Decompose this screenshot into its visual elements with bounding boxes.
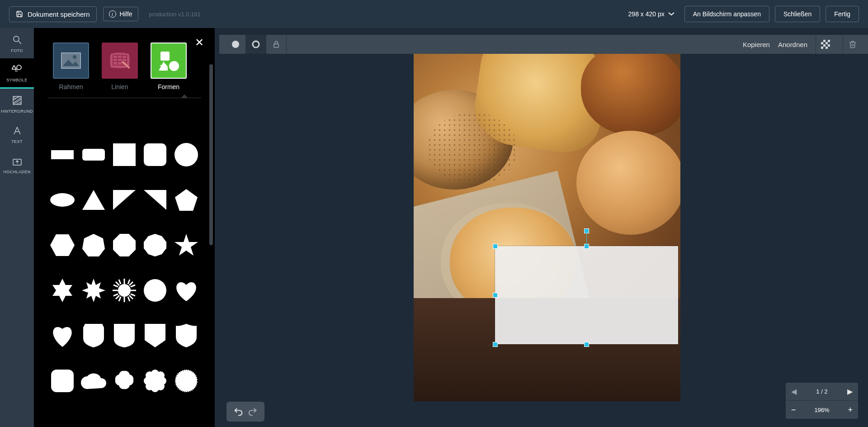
svg-rect-17: [160, 52, 170, 61]
shape-heart-point[interactable]: [49, 322, 75, 349]
resize-handle-w[interactable]: [493, 293, 498, 298]
shape-shield-3[interactable]: [142, 322, 168, 349]
document-page[interactable]: [414, 54, 680, 401]
svg-point-38: [118, 284, 131, 297]
nav-label: FOTO: [11, 48, 23, 53]
zoom-out-button[interactable]: −: [791, 405, 796, 415]
shape-triangle[interactable]: [80, 186, 106, 214]
selected-shape[interactable]: [495, 246, 678, 344]
nav-foto[interactable]: FOTO: [0, 28, 34, 58]
shape-burst-thin[interactable]: [111, 277, 137, 304]
fit-screen-button[interactable]: An Bildschirm anpassen: [684, 6, 769, 22]
fill-outline-button[interactable]: [246, 35, 266, 54]
svg-line-52: [113, 294, 118, 296]
shape-flower-1[interactable]: [111, 367, 137, 394]
nav-text[interactable]: TEXT: [0, 119, 34, 149]
shape-square-soft[interactable]: [49, 367, 75, 394]
transparency-button[interactable]: [816, 35, 835, 54]
shape-star-8[interactable]: [80, 277, 106, 304]
prev-page-button[interactable]: ◀: [791, 387, 797, 396]
shape-shield-2[interactable]: [111, 322, 137, 349]
category-formen[interactable]: Formen: [151, 43, 187, 90]
svg-line-54: [131, 294, 135, 296]
shape-cloud[interactable]: [80, 367, 106, 394]
lines-icon: [102, 43, 138, 79]
close-panel-button[interactable]: ✕: [195, 37, 204, 48]
zoom-value: 196%: [814, 407, 829, 413]
arrange-button[interactable]: Anordnen: [778, 41, 807, 48]
nav-symbole[interactable]: SYMBOLE: [0, 58, 34, 89]
panel-scrollbar[interactable]: [209, 64, 213, 245]
shapes-list[interactable]: [34, 128, 215, 427]
category-separator: [47, 98, 201, 98]
nav-hochladen[interactable]: HOCHLADEN: [0, 149, 34, 180]
svg-marker-36: [52, 279, 72, 302]
fill-solid-button[interactable]: [226, 35, 246, 54]
page-zoom-widget: ◀ 1 / 2 ▶ − 196% +: [786, 383, 858, 419]
svg-rect-80: [821, 44, 823, 47]
category-linien[interactable]: Linien: [102, 43, 138, 90]
shape-square[interactable]: [111, 141, 137, 168]
svg-line-53: [131, 285, 135, 287]
version-text: production v1.0.161: [149, 11, 201, 18]
copy-button[interactable]: Kopieren: [743, 41, 770, 48]
shape-burst-thick[interactable]: [142, 277, 168, 304]
shape-star[interactable]: [173, 232, 199, 259]
shape-flower-2[interactable]: [142, 367, 168, 394]
shape-shield-1[interactable]: [80, 322, 106, 349]
svg-rect-21: [51, 150, 74, 159]
shape-ellipse[interactable]: [49, 186, 75, 214]
shape-square-round[interactable]: [142, 141, 168, 168]
close-button[interactable]: Schließen: [775, 6, 820, 22]
svg-point-71: [177, 371, 196, 390]
svg-rect-59: [51, 370, 74, 392]
resize-handle-s[interactable]: [584, 342, 589, 347]
redo-button[interactable]: [246, 405, 259, 418]
shape-star-6[interactable]: [49, 277, 75, 304]
help-button[interactable]: i Hilfe: [103, 7, 138, 21]
resize-handle-nw[interactable]: [493, 244, 498, 249]
shape-heptagon[interactable]: [80, 232, 106, 259]
shape-rect-round[interactable]: [80, 141, 106, 168]
delete-button[interactable]: [843, 35, 862, 54]
text-icon: [11, 125, 23, 137]
save-icon: [16, 10, 23, 18]
nav-label: SYMBOLE: [6, 78, 27, 82]
shape-right-triangle-1[interactable]: [111, 186, 137, 214]
svg-marker-33: [113, 234, 136, 256]
zoom-in-button[interactable]: +: [848, 405, 853, 415]
svg-rect-81: [826, 44, 828, 47]
shape-seal[interactable]: [173, 367, 199, 394]
shape-heart[interactable]: [173, 277, 199, 304]
shape-right-triangle-2[interactable]: [142, 186, 168, 214]
shape-shield-4[interactable]: [173, 322, 199, 349]
canvas-area[interactable]: ◀ 1 / 2 ▶ − 196% +: [219, 54, 868, 427]
svg-point-26: [50, 193, 75, 207]
dimensions-value: 298 x 420 px: [628, 10, 665, 18]
save-document-button[interactable]: Dokument speichern: [9, 6, 97, 22]
done-button[interactable]: Fertig: [826, 6, 859, 22]
svg-marker-30: [175, 189, 198, 211]
shapes-cat-icon: [151, 43, 187, 79]
resize-handle-sw[interactable]: [493, 342, 498, 347]
svg-line-48: [128, 280, 130, 284]
next-page-button[interactable]: ▶: [847, 387, 853, 396]
nav-hintergrund[interactable]: HINTERGRUND: [0, 89, 34, 119]
shape-circle[interactable]: [173, 141, 199, 168]
shape-rect-thin[interactable]: [49, 141, 75, 168]
svg-point-72: [232, 41, 239, 48]
chevron-down-icon: [668, 12, 675, 16]
search-icon: [11, 34, 23, 46]
svg-point-58: [144, 279, 166, 302]
undo-button[interactable]: [232, 405, 245, 418]
lock-button[interactable]: [266, 35, 287, 54]
svg-marker-3: [12, 66, 16, 69]
canvas-dimensions-dropdown[interactable]: 298 x 420 px: [628, 10, 675, 18]
category-rahmen[interactable]: Rahmen: [53, 43, 89, 90]
shape-octagon[interactable]: [111, 232, 137, 259]
svg-marker-35: [175, 234, 198, 256]
shape-pentagon[interactable]: [173, 186, 199, 214]
shape-decagon[interactable]: [142, 232, 168, 259]
shape-hexagon[interactable]: [49, 232, 75, 259]
svg-marker-27: [82, 190, 105, 210]
